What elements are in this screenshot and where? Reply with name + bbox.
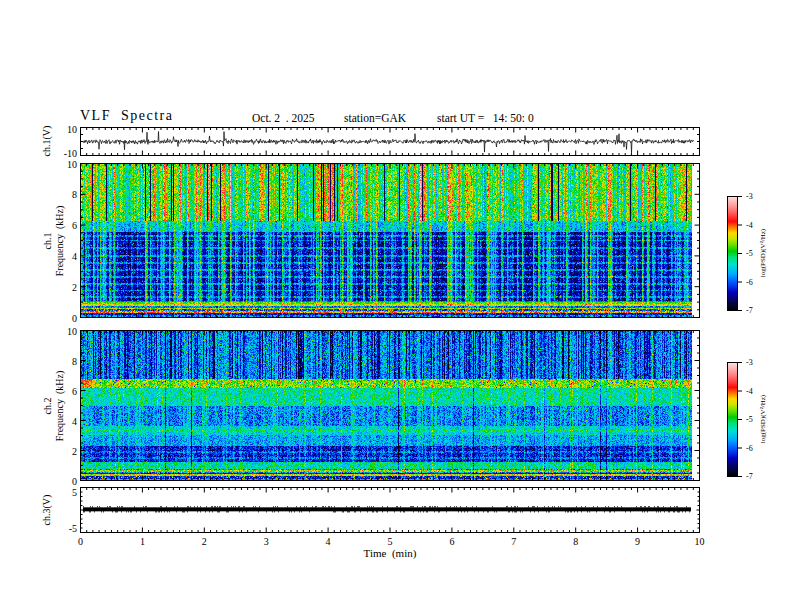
time-axis-label: Time (min): [364, 547, 417, 559]
y-tick-label: 6: [72, 385, 77, 396]
colorbar-tick-label: -4: [746, 220, 753, 229]
x-tick-label: 5: [388, 536, 393, 547]
colorbar-tick-label: -4: [746, 386, 753, 395]
y-tick-label: 2: [72, 445, 77, 456]
colorbar-tick-label: -6: [746, 443, 753, 452]
x-tick-label: 8: [573, 536, 578, 547]
ch3-voltage-axis-label: ch.3(V): [41, 495, 52, 526]
colorbar-tick-label: -7: [746, 306, 753, 315]
colorbar-tick-label: -6: [746, 277, 753, 286]
ch1-spectrogram-canvas: [80, 163, 700, 318]
colorbar-2-canvas: [727, 362, 743, 477]
colorbar-tick-label: -5: [746, 249, 753, 258]
y-tick-label: 8: [72, 355, 77, 366]
ch2-channel-label: ch.2: [42, 398, 53, 415]
x-tick-label: 3: [264, 536, 269, 547]
y-tick-label: 10: [67, 124, 77, 135]
y-tick-label: 5: [72, 487, 77, 498]
ch1-voltage-axis-label: ch.1(V): [41, 126, 52, 157]
y-tick-label: 0: [72, 475, 77, 486]
y-tick-label: 10: [67, 158, 77, 169]
y-tick-label: 10: [67, 325, 77, 336]
x-tick-label: 0: [78, 536, 83, 547]
ch1-channel-label: ch.1: [42, 233, 53, 250]
start-ut-label: start UT = 14: 50: 0: [437, 112, 534, 124]
y-tick-label: 4: [72, 415, 77, 426]
colorbar-tick-label: -3: [746, 358, 753, 367]
x-tick-label: 1: [140, 536, 145, 547]
colorbar-1-canvas: [727, 196, 743, 311]
ch1-frequency-axis-label: Frequency (kHz): [54, 206, 65, 277]
ch1-waveform-canvas: [80, 127, 700, 156]
vlf-spectra-figure: VLF Spectra Oct. 2 . 2025 station=GAK st…: [0, 0, 792, 612]
x-tick-label: 10: [695, 536, 705, 547]
y-tick-label: 8: [72, 189, 77, 200]
plot-title: VLF Spectra: [80, 108, 173, 124]
ch2-spectrogram-canvas: [80, 330, 700, 481]
y-tick-label: 0: [72, 312, 77, 323]
colorbar-tick-label: -7: [746, 472, 753, 481]
x-tick-label: 4: [326, 536, 331, 547]
colorbar-2-label: log(PSD)(V²/Hz): [759, 395, 767, 443]
y-tick-label: 2: [72, 281, 77, 292]
y-tick-label: 4: [72, 250, 77, 261]
x-tick-label: 9: [635, 536, 640, 547]
y-tick-label: -10: [64, 148, 77, 159]
date-label: Oct. 2 . 2025: [252, 112, 315, 124]
colorbar-1-label: log(PSD)(V²/Hz): [759, 229, 767, 277]
y-tick-label: -5: [69, 523, 77, 534]
x-tick-label: 2: [202, 536, 207, 547]
station-label: station=GAK: [344, 112, 406, 124]
x-tick-label: 6: [449, 536, 454, 547]
colorbar-tick-label: -3: [746, 192, 753, 201]
x-tick-label: 7: [511, 536, 516, 547]
colorbar-tick-label: -5: [746, 415, 753, 424]
y-tick-label: 6: [72, 220, 77, 231]
ch2-frequency-axis-label: Frequency (kHz): [54, 371, 65, 442]
ch3-waveform-canvas: [80, 487, 700, 533]
